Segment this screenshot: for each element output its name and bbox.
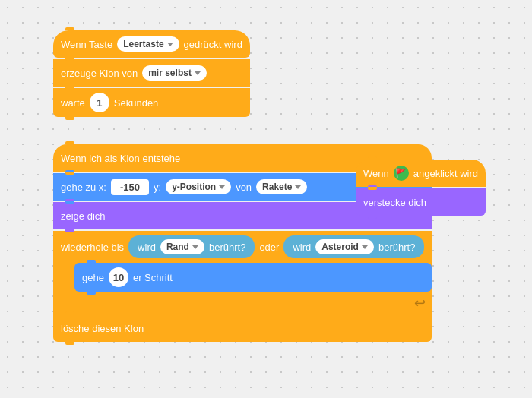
clone-prefix: erzeuge Klon von	[61, 68, 138, 79]
or-label: oder	[259, 242, 279, 253]
wait-value[interactable]: 1	[90, 93, 109, 112]
clone-dropdown-arrow	[195, 71, 201, 75]
repeat-label: wiederhole bis	[61, 242, 124, 253]
move-value[interactable]: 10	[109, 267, 128, 287]
flag-suffix: angeklickt wird	[413, 168, 478, 179]
goto-y-dropdown[interactable]: y-Position	[166, 179, 231, 194]
cond2-suffix: berührt?	[378, 242, 415, 253]
cond1-arrow	[192, 245, 198, 249]
goto-von-label: von	[236, 182, 252, 193]
clone-dropdown[interactable]: mir selbst	[142, 65, 207, 81]
cond2-prefix: wird	[293, 242, 311, 253]
flag-icon: 🚩	[394, 166, 409, 181]
green-flag-hat: Wenn 🚩 angeklickt wird	[356, 160, 486, 187]
wait-block: warte 1 Sekunden	[53, 88, 250, 117]
clone-block: erzeuge Klon von mir selbst	[53, 59, 250, 87]
cond2-dropdown[interactable]: Asteroid	[315, 239, 374, 254]
repeat-bottom-cap: ↩	[53, 293, 432, 314]
condition2: wird Asteroid berührt?	[283, 235, 424, 258]
delete-label: lösche diesen Klon	[61, 323, 144, 334]
key-dropdown-arrow	[167, 43, 173, 46]
move-block: gehe 10 er Schritt	[74, 263, 432, 292]
goto-y-label: y:	[154, 182, 161, 193]
repeat-until-block: wiederhole bis wird Rand berührt? oder w…	[53, 231, 432, 314]
wait-suffix: Sekunden	[114, 97, 159, 109]
delete-clone-block: lösche diesen Klon	[53, 314, 432, 342]
show-label: zeige dich	[61, 210, 106, 222]
when-key-suffix: gedrückt wird	[184, 39, 242, 50]
wait-prefix: warte	[61, 97, 85, 109]
group3: Wenn 🚩 angeklickt wird verstecke dich	[356, 160, 486, 216]
move-suffix: er Schritt	[133, 272, 173, 283]
when-key-prefix: Wenn Taste	[61, 39, 112, 50]
cond1-suffix: berührt?	[209, 242, 245, 253]
flag-prefix: Wenn	[363, 168, 389, 179]
hide-block: verstecke dich	[356, 188, 486, 216]
repeat-until-header: wiederhole bis wird Rand berührt? oder w…	[53, 231, 432, 263]
hide-label: verstecke dich	[363, 197, 426, 208]
condition1: wird Rand berührt?	[128, 235, 255, 258]
repeat-body: gehe 10 er Schritt	[53, 263, 432, 293]
goto-x-value[interactable]: -150	[111, 179, 149, 195]
clone-hat-label: Wenn ich als Klon entstehe	[61, 153, 180, 164]
repeat-icon: ↩	[414, 295, 426, 311]
cond2-arrow	[362, 245, 368, 249]
goto-y-arrow	[219, 185, 225, 189]
goto-sprite-arrow	[295, 185, 301, 189]
move-prefix: gehe	[82, 272, 104, 283]
when-key-block: Wenn Taste Leertaste gedrückt wird	[53, 30, 250, 58]
goto-sprite-dropdown[interactable]: Rakete	[256, 179, 307, 194]
key-dropdown[interactable]: Leertaste	[117, 36, 179, 52]
goto-prefix: gehe zu x:	[61, 182, 106, 193]
group1: Wenn Taste Leertaste gedrückt wird erzeu…	[53, 30, 250, 117]
cond1-prefix: wird	[138, 242, 156, 253]
cond1-dropdown[interactable]: Rand	[160, 239, 204, 254]
